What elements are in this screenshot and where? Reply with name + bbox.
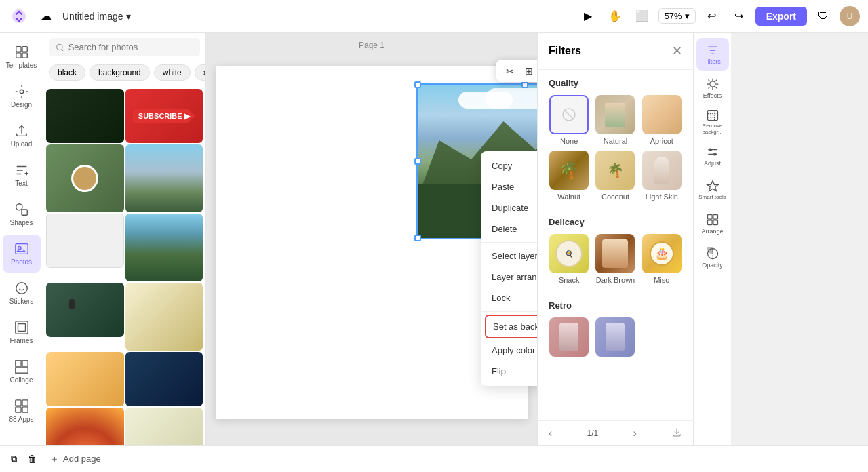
filter-walnut[interactable]: 🌴 Walnut: [549, 151, 589, 201]
canva-logo[interactable]: [8, 5, 30, 27]
canvas-area[interactable]: Page 1: [206, 33, 537, 445]
sidebar-item-frames[interactable]: Frames: [3, 313, 41, 351]
prev-page-button[interactable]: ‹: [549, 427, 552, 439]
sidebar-item-stickers[interactable]: Stickers: [3, 274, 41, 312]
sidebar-item-design[interactable]: Design: [3, 77, 41, 115]
sidebar-label-photos: Photos: [11, 258, 32, 266]
filter-miso[interactable]: 🎂 Miso: [642, 234, 682, 284]
cloud-icon[interactable]: ☁: [35, 5, 57, 27]
next-page-button[interactable]: ›: [633, 427, 636, 439]
shield-icon[interactable]: 🛡: [812, 5, 834, 27]
sidebar-item-collage[interactable]: Collage: [3, 353, 41, 391]
menu-item-layer-arrangement[interactable]: Layer arrangement ›: [481, 267, 537, 288]
photo-thumb[interactable]: [125, 283, 203, 351]
svg-line-21: [564, 110, 574, 119]
sidebar-item-photos[interactable]: Photos: [3, 235, 41, 273]
zoom-control[interactable]: 57% ▾: [658, 8, 696, 24]
menu-item-set-background[interactable]: Set as background: [485, 315, 537, 338]
photo-thumb[interactable]: SUBSCRIBE ▶: [125, 89, 203, 143]
copy-page-button[interactable]: ⧉: [8, 451, 20, 467]
filter-lightskin[interactable]: Light Skin: [642, 151, 682, 201]
close-filters-button[interactable]: ✕: [672, 43, 682, 58]
handle-tl[interactable]: [414, 81, 421, 88]
menu-item-apply-color[interactable]: Apply color theme: [481, 340, 537, 361]
photo-thumb[interactable]: [125, 352, 203, 406]
sidebar-item-upload[interactable]: Upload: [3, 117, 41, 155]
photo-thumb[interactable]: [46, 214, 124, 268]
grid-tool[interactable]: ⊞: [521, 63, 537, 79]
menu-item-duplicate[interactable]: Duplicate ⌘ D: [481, 197, 537, 218]
handle-bl[interactable]: [414, 235, 421, 241]
menu-item-flip[interactable]: Flip ›: [481, 361, 537, 382]
svg-rect-15: [15, 400, 20, 406]
right-icon-opacity[interactable]: Opacity: [696, 241, 729, 274]
filter-section-delicacy: Delicacy 🍳 Snack Dark Brown: [538, 209, 693, 292]
photo-thumb[interactable]: [125, 144, 203, 212]
photo-thumb[interactable]: [46, 408, 124, 445]
photo-thumb[interactable]: [46, 144, 124, 212]
filter-none[interactable]: None: [549, 95, 589, 145]
avatar[interactable]: U: [840, 6, 860, 26]
filter-snack-thumb: 🍳: [549, 234, 589, 273]
photo-thumb[interactable]: [125, 408, 203, 445]
right-icon-arrange[interactable]: Arrange: [696, 208, 729, 240]
svg-rect-27: [713, 215, 717, 220]
photo-thumb[interactable]: [125, 214, 203, 281]
sidebar-item-templates[interactable]: Templates: [3, 38, 41, 76]
sidebar-item-apps[interactable]: 88 Apps: [3, 392, 41, 430]
right-icon-effects[interactable]: Effects: [696, 72, 729, 104]
menu-item-paste[interactable]: Paste ⌘ V: [481, 176, 537, 197]
delete-page-button[interactable]: 🗑: [25, 451, 39, 467]
tag-more[interactable]: ›: [195, 64, 205, 81]
menu-item-select-layer[interactable]: Select layer ›: [481, 245, 537, 267]
frame-tool-icon[interactable]: ⬜: [631, 5, 653, 27]
menu-flip-label: Flip: [492, 366, 506, 376]
hand-tool-icon[interactable]: ✋: [604, 5, 626, 27]
svg-point-9: [16, 283, 27, 294]
menu-item-copy[interactable]: Copy ⌘ C: [481, 155, 537, 176]
filter-miso-thumb: 🎂: [642, 234, 682, 273]
filter-darkbrown[interactable]: Dark Brown: [595, 234, 635, 284]
filter-snack[interactable]: 🍳 Snack: [549, 234, 589, 284]
sidebar-item-shapes[interactable]: Shapes: [3, 195, 41, 233]
export-button[interactable]: Export: [755, 7, 807, 26]
image-toolbar: ✂ ⊞ ⧉ •••: [496, 60, 537, 82]
adjust-icon: [706, 145, 719, 159]
tag-black[interactable]: black: [49, 64, 85, 81]
tag-white[interactable]: white: [154, 64, 191, 81]
smart-tools-icon: [706, 180, 719, 193]
menu-item-lock[interactable]: Lock: [481, 288, 537, 309]
menu-copy-label: Copy: [492, 161, 512, 171]
select-tool-icon[interactable]: ▶: [577, 5, 599, 27]
search-wrap[interactable]: [49, 38, 200, 56]
zoom-chevron-icon: ▾: [685, 11, 690, 21]
right-icon-filters[interactable]: Filters: [696, 38, 729, 71]
filter-coconut[interactable]: 🌴 Coconut: [595, 151, 635, 201]
filter-retro2[interactable]: [595, 317, 635, 359]
right-icon-adjust[interactable]: Adjust: [696, 140, 729, 172]
photo-thumb[interactable]: [46, 352, 124, 406]
filter-natural-thumb: [595, 95, 635, 134]
photo-thumb[interactable]: [46, 283, 124, 337]
title-text: Untitled image: [62, 11, 123, 22]
right-icon-smart-tools[interactable]: Smart tools: [696, 174, 729, 206]
filter-retro1[interactable]: [549, 317, 589, 359]
quality-grid: None Natural Apricot 🌴: [549, 95, 682, 201]
menu-item-delete[interactable]: Delete ⌫: [481, 218, 537, 239]
search-input[interactable]: [68, 42, 193, 52]
photo-thumb[interactable]: [46, 89, 124, 143]
sidebar-item-text[interactable]: Text: [3, 156, 41, 194]
filter-apricot[interactable]: Apricot: [642, 95, 682, 145]
download-button[interactable]: [671, 427, 682, 439]
handle-tm[interactable]: [521, 81, 528, 88]
redo-button[interactable]: ↪: [728, 5, 750, 27]
tag-background[interactable]: background: [90, 64, 150, 81]
add-page-button[interactable]: ＋ Add page: [45, 450, 106, 468]
crop-tool[interactable]: ✂: [502, 63, 518, 79]
document-title[interactable]: Untitled image ▾: [62, 11, 131, 22]
right-icon-remove-bg[interactable]: Remove backgr...: [696, 106, 729, 138]
filter-natural[interactable]: Natural: [595, 95, 635, 145]
undo-button[interactable]: ↩: [701, 5, 723, 27]
handle-lm[interactable]: [414, 158, 421, 165]
sidebar-label-design: Design: [11, 101, 32, 109]
